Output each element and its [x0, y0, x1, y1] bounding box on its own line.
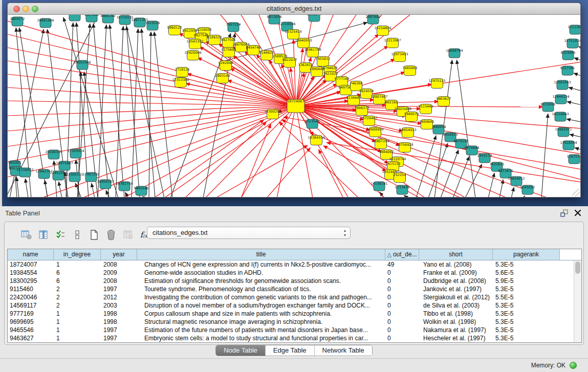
graph-node[interactable]: 7957224: [226, 23, 241, 32]
graph-node[interactable]: 9860128: [167, 26, 182, 35]
graph-node[interactable]: 19384554: [308, 136, 324, 145]
graph-node[interactable]: 20206535: [45, 150, 62, 159]
graph-node[interactable]: 7515526: [145, 21, 160, 30]
graph-node[interactable]: 19756928: [396, 143, 413, 152]
graph-node[interactable]: 18724007: [287, 99, 304, 113]
graph-node[interactable]: 15692971: [555, 127, 572, 137]
graph-node[interactable]: 9242848: [219, 61, 233, 71]
graph-node[interactable]: 29053346: [74, 60, 91, 70]
delete-column-button[interactable]: [119, 227, 136, 243]
select-all-columns-button[interactable]: [52, 227, 69, 243]
graph-node[interactable]: 17016504: [560, 141, 577, 150]
graph-node[interactable]: 10543392: [186, 39, 203, 49]
graph-node[interactable]: 9175685: [222, 48, 236, 57]
graph-node[interactable]: 15751074: [564, 39, 580, 48]
tab-network-table[interactable]: Network Table: [315, 345, 372, 356]
graph-node[interactable]: 8131074: [307, 15, 322, 21]
column-header-year[interactable]: year: [101, 249, 137, 260]
graph-node[interactable]: 1733426: [395, 185, 410, 194]
table-row[interactable]: 946362711997Embryonic stem cells: a mode…: [8, 334, 581, 342]
graph-node[interactable]: 18807299: [372, 139, 389, 149]
graph-node[interactable]: 1111304: [568, 25, 580, 34]
graph-node[interactable]: 2803144: [215, 74, 230, 83]
graph-node[interactable]: 252254: [394, 173, 406, 183]
tab-edge-table[interactable]: Edge Table: [266, 345, 315, 356]
graph-node[interactable]: 17359924: [67, 149, 84, 158]
column-header-in_degree[interactable]: in_degree: [54, 249, 101, 260]
graph-node[interactable]: 2935114: [477, 154, 492, 163]
table-selector-dropdown[interactable]: citations_edges.txt ▴▾: [147, 227, 351, 239]
graph-node[interactable]: 20691406: [37, 18, 54, 28]
graph-node[interactable]: 16961758: [304, 48, 321, 57]
graph-node[interactable]: 16210643: [552, 112, 569, 121]
scrollbar-thumb[interactable]: [575, 261, 580, 274]
graph-node[interactable]: 10653287: [66, 15, 83, 21]
graph-node[interactable]: 8822037: [282, 58, 297, 68]
table-row[interactable]: 977716911998Corpus callosum shape and si…: [8, 310, 581, 318]
graph-node[interactable]: 12093583: [554, 80, 571, 90]
column-header-short[interactable]: short: [419, 249, 493, 260]
graph-node[interactable]: 9115460: [419, 104, 433, 114]
column-header-pagerank[interactable]: pagerank: [493, 249, 560, 260]
close-panel-icon[interactable]: [574, 209, 582, 217]
column-header-title[interactable]: title: [137, 249, 385, 260]
graph-node[interactable]: 9227341: [560, 66, 575, 75]
graph-node[interactable]: 1949579: [404, 112, 419, 122]
network-canvas[interactable]: 2405572206914061065328715278028466160107…: [8, 15, 580, 197]
tab-node-table[interactable]: Node Table: [216, 345, 266, 356]
table-settings-button[interactable]: [18, 227, 35, 243]
table-row[interactable]: 911546021997Tourette syndrome. Phenomeno…: [8, 285, 581, 293]
graph-node[interactable]: 1513545: [305, 119, 320, 128]
graph-node[interactable]: 9146821: [259, 51, 274, 60]
table-row[interactable]: 946554611997Estimation of the future num…: [8, 326, 581, 334]
graph-node[interactable]: 9463627: [437, 97, 451, 106]
graph-node[interactable]: 9245052: [520, 185, 535, 194]
network-window[interactable]: citations_edges.txt 24055722069140610653…: [7, 3, 581, 198]
column-header-out_de[interactable]: △out_de...: [385, 249, 419, 260]
graph-node[interactable]: 12313380: [172, 78, 189, 87]
graph-node[interactable]: 9465546: [134, 186, 149, 195]
delete-table-button[interactable]: [102, 227, 119, 243]
graph-node[interactable]: 12213967: [384, 38, 401, 48]
graph-node[interactable]: 19654923: [399, 128, 416, 138]
graph-node[interactable]: 16648784: [446, 49, 463, 58]
graph-node[interactable]: 10973493: [391, 52, 408, 62]
network-window-titlebar[interactable]: citations_edges.txt: [8, 3, 580, 15]
graph-node[interactable]: 1527802: [84, 15, 99, 22]
fit-rows-button[interactable]: [69, 227, 85, 243]
table-row[interactable]: 1456911722003Disruption of a novel membe…: [8, 301, 581, 310]
graph-node[interactable]: 2718126: [175, 68, 190, 77]
table-row[interactable]: 2242004622012Investigating the contribut…: [8, 293, 581, 301]
graph-node[interactable]: 1990448: [310, 67, 324, 77]
table-row[interactable]: 1938455462009Genome-wide association stu…: [8, 269, 581, 277]
graph-node[interactable]: 7485063: [403, 66, 418, 76]
graph-node[interactable]: 2136445: [346, 96, 361, 105]
graph-node[interactable]: 10975887: [56, 161, 73, 170]
graph-node[interactable]: 22420046: [184, 51, 201, 60]
float-panel-icon[interactable]: [560, 209, 569, 217]
graph-node[interactable]: 9329965: [561, 51, 576, 60]
graph-node[interactable]: 18640910: [295, 38, 312, 48]
table-row[interactable]: 1872400712008Changes of HCN gene express…: [8, 260, 581, 269]
graph-node[interactable]: 16154808: [374, 26, 391, 36]
graph-node[interactable]: 12975115: [428, 79, 445, 89]
graph-node[interactable]: 10688809: [366, 127, 383, 137]
graph-node[interactable]: 8215955: [541, 102, 556, 112]
graph-node[interactable]: 2887682: [366, 15, 381, 24]
graph-node[interactable]: 1167533: [567, 155, 580, 164]
table-row[interactable]: 1830029562008Estimation of significance …: [8, 277, 581, 285]
graph-node[interactable]: 18300295: [264, 110, 281, 119]
graph-node[interactable]: 8454749: [246, 46, 261, 55]
graph-node[interactable]: 8466160: [101, 15, 116, 23]
graph-node[interactable]: 8186328: [207, 35, 222, 45]
graph-node[interactable]: 7955812: [316, 57, 331, 67]
graph-node[interactable]: 10958107: [97, 180, 114, 189]
resize-grip[interactable]: [572, 189, 580, 196]
column-header-name[interactable]: name: [8, 249, 54, 260]
graph-node[interactable]: 15720407: [360, 116, 377, 126]
table-vertical-scrollbar[interactable]: [574, 260, 581, 342]
graph-node[interactable]: 7886372: [355, 106, 369, 116]
table-row[interactable]: 969969511998Structural magnetic resonanc…: [8, 318, 581, 326]
new-table-button[interactable]: [85, 227, 102, 243]
graph-node[interactable]: 2405572: [10, 17, 25, 26]
